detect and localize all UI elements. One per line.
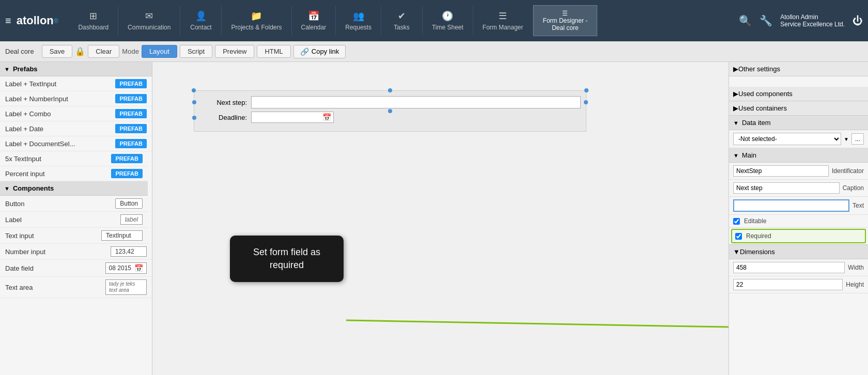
used-containers-section[interactable]: ▶ Used containers [729,101,868,116]
clear-button[interactable]: Clear [88,45,119,58]
prefab-btn-5textinput[interactable]: PREFAB [111,154,143,163]
nav-item-label: Form Manager [483,24,523,31]
nav-item-formdesigner[interactable]: ☰ Form Designer - Deal core [533,5,598,36]
used-containers-arrow-icon: ▶ [733,104,738,112]
nav-item-label: Requests [345,24,371,31]
prefab-label-date: Label + Date [5,125,43,133]
main-section-header[interactable]: ▼ Main [729,148,868,163]
component-preview-numberinput: 123,42 [111,246,147,257]
user-info[interactable]: Atollon Admin Service Excellence Ltd. [780,13,845,28]
center-panel: Next step: Deadline: 📅 Set form field as… [152,62,729,375]
nav-item-label: Communication [128,24,171,31]
nav-item-calendar[interactable]: 📅 Calendar [292,6,336,35]
settings-icon[interactable]: 🔧 [760,14,772,27]
dimensions-section-header[interactable]: ▼ Dimensions [729,244,868,259]
tasks-icon: ✔ [398,10,406,22]
main-layout: ▼ Prefabs Label + TextInput PREFAB Label… [0,62,868,375]
prefab-label-textinput: Label + TextInput [5,80,56,88]
prefab-btn-date[interactable]: PREFAB [115,124,147,133]
prefab-btn-textinput[interactable]: PREFAB [115,79,147,88]
nav-item-requests[interactable]: 👥 Requests [336,6,381,35]
prefabs-section-header[interactable]: ▼ Prefabs [0,62,152,76]
list-item: Date field 08 2015 📅 [0,260,152,277]
component-preview-datefield: 08 2015 📅 [105,262,147,274]
formdesigner-icon: ☰ [562,10,568,17]
nav-item-communication[interactable]: ✉ Communication [118,6,180,35]
preview-button[interactable]: Preview [215,45,254,58]
hamburger-menu[interactable]: ≡ [5,15,11,27]
nav-item-timesheet[interactable]: 🕐 Time Sheet [423,6,473,35]
other-settings-label: Other settings [738,65,780,73]
required-checkbox[interactable] [735,233,742,240]
lock-icon[interactable]: 🔒 [75,46,85,56]
right-panel: ▶ Other settings ▶ Used components ▶ Use… [729,62,868,375]
nav-item-contact[interactable]: 👤 Contact [180,6,222,35]
field-row-width: Width [729,259,868,276]
width-input[interactable] [733,262,845,273]
prefab-btn-percent[interactable]: PREFAB [111,169,143,178]
editable-checkbox[interactable] [733,218,740,225]
components-arrow-icon: ▼ [4,185,10,192]
list-item: Percent input PREFAB [0,166,148,181]
search-icon[interactable]: 🔍 [739,14,752,27]
mode-label: Mode [122,48,139,55]
formmanager-icon: ☰ [499,10,507,22]
calendar-icon: 📅 [134,264,143,272]
component-preview-button[interactable]: Button [115,198,143,209]
data-item-section[interactable]: ▼ Data item [729,116,868,130]
height-input[interactable] [733,279,843,290]
form-canvas[interactable]: Next step: Deadline: 📅 [194,90,586,132]
layout-button[interactable]: Layout [142,45,177,58]
prefab-label-numberinput: Label + NumberInput [5,95,68,103]
prefab-btn-numberinput[interactable]: PREFAB [115,94,147,103]
deadline-calendar-icon[interactable]: 📅 [322,113,331,121]
tooltip-text: Set form field as required [253,247,320,270]
data-item-arrow-icon: ▼ [733,120,739,126]
nav-formdesigner-sublabel: Deal core [552,24,578,32]
copy-link-button[interactable]: 🔗 Copy link [293,45,346,58]
dashboard-icon: ⊞ [89,10,97,22]
component-label-button: Button [5,200,25,208]
calendar-icon: 📅 [308,10,319,22]
save-button[interactable]: Save [42,45,73,58]
nav-item-label: Projects & Folders [231,24,282,31]
prefab-btn-docsel[interactable]: PREFAB [115,139,147,148]
list-item: Label + Combo PREFAB [0,106,152,121]
width-label: Width [848,264,864,271]
caption-input[interactable] [733,182,840,194]
list-item: Text input TextInput [0,228,148,244]
text-input[interactable] [733,199,849,212]
app-name: atollon [17,14,54,27]
nav-item-formmanager[interactable]: ☰ Form Manager [473,6,533,35]
prefab-btn-combo[interactable]: PREFAB [115,109,147,118]
main-section-label: Main [742,151,756,159]
prefab-label-combo: Label + Combo [5,110,51,118]
component-preview-textarea: tady je tekstext area [105,279,147,295]
form-input-nextstep[interactable] [251,96,581,108]
requests-icon: 👥 [353,10,364,22]
nav-item-tasks[interactable]: ✔ Tasks [381,6,423,35]
list-item: Label + NumberInput PREFAB [0,91,152,106]
html-button[interactable]: HTML [257,45,290,58]
data-item-select[interactable]: -Not selected- [733,133,841,145]
user-name: Atollon Admin [780,13,845,21]
other-settings-section[interactable]: ▶ Other settings [729,62,868,76]
nav-item-projects[interactable]: 📁 Projects & Folders [222,6,291,35]
component-label-textinput: Text input [5,232,34,240]
form-label-nextstep: Next step: [199,99,251,106]
prefabs-label: Prefabs [13,65,38,73]
components-section-header[interactable]: ▼ Components [0,181,148,196]
nav-item-label: Tasks [394,24,410,31]
data-item-extra-button[interactable]: ... [851,133,864,145]
used-components-arrow-icon: ▶ [733,90,738,98]
used-components-section[interactable]: ▶ Used components [729,87,868,101]
component-label-numberinput: Number input [5,248,45,256]
script-button[interactable]: Script [180,45,212,58]
dimensions-arrow-icon: ▼ [733,248,740,256]
left-panel: ▼ Prefabs Label + TextInput PREFAB Label… [0,62,152,375]
timesheet-icon: 🕐 [442,10,453,22]
logout-icon[interactable]: ⏻ [853,15,863,27]
identificator-input[interactable] [733,165,829,177]
nav-item-dashboard[interactable]: ⊞ Dashboard [69,6,118,35]
list-item: Label + TextInput PREFAB [0,76,152,91]
